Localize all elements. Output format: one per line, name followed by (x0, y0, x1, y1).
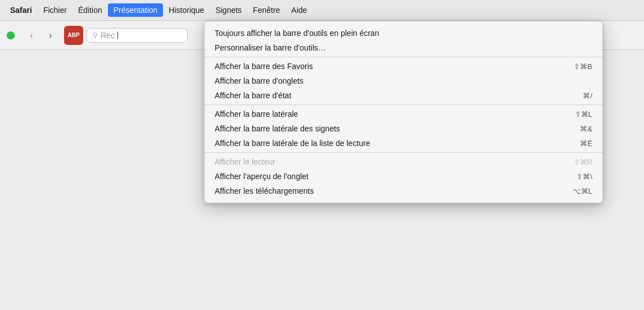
menu-section-sidebar: Afficher la barre latérale ⇧⌘L Afficher … (205, 105, 602, 153)
menu-item-show-tabs-bar[interactable]: Afficher la barre d'onglets (205, 74, 602, 88)
menu-section-toolbar: Toujours afficher la barre d'outils en p… (205, 24, 602, 57)
menu-item-show-favorites-bar[interactable]: Afficher la barre des Favoris ⇧⌘B (205, 59, 602, 74)
menu-item-show-status-bar[interactable]: Afficher la barre d'état ⌘/ (205, 88, 602, 103)
menubar-item-historique[interactable]: Historique (163, 3, 210, 17)
traffic-light-green[interactable] (7, 31, 15, 39)
search-placeholder-text: Rec (101, 31, 115, 40)
forward-button[interactable]: › (43, 29, 58, 42)
menu-item-show-bookmarks-sidebar[interactable]: Afficher la barre latérale des signets ⌘… (205, 121, 602, 136)
menubar-item-aide[interactable]: Aide (285, 3, 312, 17)
menu-item-show-reader[interactable]: Afficher le lecteur ⇧⌘R (205, 154, 602, 169)
menu-item-customize-toolbar[interactable]: Personnaliser la barre d'outils… (205, 40, 602, 55)
menubar-item-presentation[interactable]: Présentation (108, 3, 164, 17)
menubar-item-fenetre[interactable]: Fenêtre (247, 3, 285, 17)
search-bar[interactable]: ⚲ Rec (87, 28, 188, 43)
menubar-item-edition[interactable]: Édition (72, 3, 108, 17)
menu-item-show-downloads[interactable]: Afficher les téléchargements ⌥⌘L (205, 184, 602, 198)
menubar-item-signets[interactable]: Signets (210, 3, 247, 17)
menu-section-reader: Afficher le lecteur ⇧⌘R Afficher l'aperç… (205, 153, 602, 200)
menubar-item-fichier[interactable]: Fichier (38, 3, 72, 17)
menu-item-show-reading-list-sidebar[interactable]: Afficher la barre latérale de la liste d… (205, 136, 602, 151)
menu-item-show-sidebar[interactable]: Afficher la barre latérale ⇧⌘L (205, 107, 602, 121)
menubar: Safari Fichier Édition Présentation Hist… (0, 0, 644, 21)
search-icon: ⚲ (93, 31, 98, 39)
back-button[interactable]: ‹ (24, 29, 39, 42)
presentation-menu-dropdown: Toujours afficher la barre d'outils en p… (204, 21, 603, 203)
menu-item-show-tab-overview[interactable]: Afficher l'aperçu de l'onglet ⇧⌘\ (205, 169, 602, 184)
menu-section-bars: Afficher la barre des Favoris ⇧⌘B Affich… (205, 57, 602, 105)
abp-badge[interactable]: ABP (64, 26, 83, 45)
menu-item-always-show-toolbar[interactable]: Toujours afficher la barre d'outils en p… (205, 26, 602, 40)
menubar-item-safari[interactable]: Safari (4, 3, 38, 17)
search-cursor (117, 31, 118, 39)
